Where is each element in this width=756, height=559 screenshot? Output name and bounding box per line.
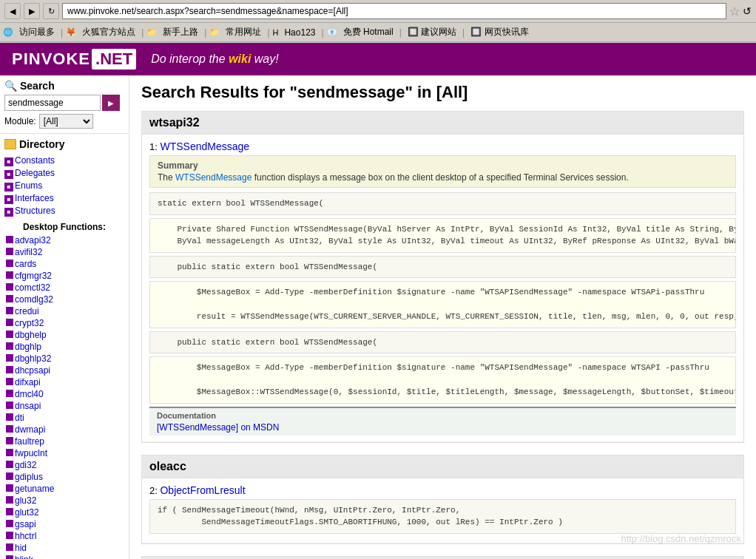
result-num-label: 1:: [149, 141, 160, 152]
func-gdi32[interactable]: gdi32: [4, 459, 124, 471]
logo-tagline: Do interop the wiki way!: [151, 52, 279, 66]
logo-bar: PINVOKE .NET Do interop the wiki way!: [0, 43, 756, 75]
func-dmcl40[interactable]: dmcl40: [4, 388, 124, 400]
func-icon-21: [6, 472, 13, 480]
fav-item-3[interactable]: 新手上路: [160, 24, 201, 40]
func-glut32[interactable]: glut32: [4, 507, 124, 518]
func-fwpuclnt[interactable]: fwpuclnt: [4, 447, 124, 459]
code-block-1e: public static extern bool WTSSendMessage…: [149, 331, 736, 354]
sidebar: 🔍 Search Module: [All] kernel32 user32 a…: [0, 75, 129, 559]
func-dbghelp[interactable]: dbghelp: [4, 329, 124, 341]
func-icon-8: [6, 319, 13, 326]
fav-item-1[interactable]: 访问最多: [16, 24, 58, 40]
fav-icon-6: 📧: [327, 27, 337, 37]
func-icon-16: [6, 413, 13, 421]
refresh-button[interactable]: ↻: [43, 3, 59, 19]
result-num-1: 1: WTSSendMessage: [149, 140, 736, 152]
code-block-1c: public static extern bool WTSSendMessage…: [149, 256, 736, 279]
fav-item-2[interactable]: 火狐官方站点: [79, 24, 138, 40]
fav-icon-2: 🦊: [66, 27, 76, 37]
func-glu32[interactable]: glu32: [4, 495, 124, 507]
fav-item-8[interactable]: 🔲 网页快讯库: [468, 24, 531, 40]
func-dbghlp32[interactable]: dbghlp32: [4, 353, 124, 365]
desktop-functions-title: Desktop Functions:: [4, 222, 124, 232]
func-avifil32[interactable]: avifil32: [4, 246, 124, 258]
func-icon-4: [6, 271, 13, 279]
func-icon-10: [6, 342, 13, 350]
module-select[interactable]: [All] kernel32 user32 advapi32: [39, 114, 93, 129]
func-dbghlp[interactable]: dbghlp: [4, 341, 124, 353]
func-dhcpsapi[interactable]: dhcpsapi: [4, 365, 124, 376]
func-icon-5: [6, 283, 13, 291]
module-section-oleacc: oleacc 2: ObjectFromLresult if ( SendMes…: [141, 455, 744, 544]
func-credui[interactable]: credui: [4, 305, 124, 317]
link-delegates[interactable]: ■Delegates: [4, 167, 124, 180]
func-getuname[interactable]: getuname: [4, 483, 124, 495]
func-hhctrl[interactable]: hhctrl: [4, 530, 124, 542]
func-faultrep[interactable]: faultrep: [4, 436, 124, 447]
fav-item-6[interactable]: 免费 Hotmail: [340, 24, 396, 40]
constants-icon: ■: [4, 157, 13, 166]
func-dnsapi[interactable]: dnsapi: [4, 400, 124, 412]
fav-item-7[interactable]: 🔲 建议网站: [405, 24, 459, 40]
func-hlink[interactable]: hlink: [4, 554, 124, 559]
directory-section: Directory ■Constants ■Delegates ■Enums ■…: [0, 134, 129, 559]
enums-section: Enums 3: HRESULT ////The caller is sendi…: [141, 556, 744, 560]
func-hid[interactable]: hid: [4, 542, 124, 554]
module-header-wtsapi32: wtsapi32: [142, 112, 743, 135]
forward-button[interactable]: ▶: [24, 3, 40, 19]
wts-link[interactable]: WTSSendMessage: [175, 172, 252, 183]
func-icon-20: [6, 461, 13, 468]
func-dti[interactable]: dti: [4, 412, 124, 424]
func-icon-9: [6, 331, 13, 338]
func-gsapi[interactable]: gsapi: [4, 518, 124, 530]
func-icon-28: [6, 555, 13, 559]
func-icon-6: [6, 295, 13, 302]
page-title: Search Results for "sendmessage" in [All…: [141, 83, 744, 102]
back-button[interactable]: ◀: [4, 3, 21, 19]
func-comdlg32[interactable]: comdlg32: [4, 294, 124, 305]
logo-net: .NET: [92, 49, 136, 70]
address-bar[interactable]: [62, 3, 726, 19]
msdn-link-1[interactable]: [WTSSendMessage] on MSDN: [157, 422, 279, 433]
summary-title-1: Summary: [158, 160, 728, 171]
interfaces-icon: ■: [4, 195, 13, 204]
func-comctl32[interactable]: comctl32: [4, 282, 124, 294]
star-icon[interactable]: ☆: [729, 4, 740, 18]
func-cards[interactable]: cards: [4, 258, 124, 270]
func-icon-26: [6, 532, 13, 539]
func-icon-18: [6, 437, 13, 444]
func-icon-27: [6, 543, 13, 551]
func-gdiplus[interactable]: gdiplus: [4, 471, 124, 483]
func-dwmapi[interactable]: dwmapi: [4, 424, 124, 436]
search-go-button[interactable]: [102, 95, 120, 111]
folder-icon: [4, 139, 16, 149]
fav-item-4[interactable]: 常用网址: [223, 24, 264, 40]
func-icon-15: [6, 402, 13, 409]
code-block-1f: $MessageBox = Add-Type -memberDefinition…: [149, 356, 736, 404]
fav-item-5[interactable]: Hao123: [281, 26, 318, 39]
refresh-icon2[interactable]: ↺: [743, 5, 752, 17]
logo[interactable]: PINVOKE .NET: [12, 49, 136, 70]
link-structures[interactable]: ■Structures: [4, 205, 124, 217]
link-interfaces[interactable]: ■Interfaces: [4, 192, 124, 205]
link-enums[interactable]: ■Enums: [4, 180, 124, 192]
result-func-link-1[interactable]: WTSSendMessage: [160, 140, 249, 152]
func-cfgmgr32[interactable]: cfgmgr32: [4, 270, 124, 282]
doc-label: Documentation: [157, 411, 729, 420]
func-difxapi[interactable]: difxapi: [4, 376, 124, 388]
structures-icon: ■: [4, 208, 13, 217]
search-icon: 🔍: [4, 80, 17, 92]
module-label: Module:: [4, 116, 36, 126]
result-func-link-2[interactable]: ObjectFromLresult: [160, 484, 245, 496]
func-advapi32[interactable]: advapi32: [4, 234, 124, 246]
func-crypt32[interactable]: crypt32: [4, 317, 124, 329]
summary-box-1: Summary The WTSSendMessage function disp…: [149, 155, 736, 188]
search-input[interactable]: [4, 95, 101, 111]
func-icon-24: [6, 508, 13, 515]
func-icon: [6, 236, 13, 243]
search-title: 🔍 Search: [4, 80, 124, 92]
link-constants[interactable]: ■Constants: [4, 155, 124, 167]
module-section-wtsapi32: wtsapi32 1: WTSSendMessage Summary The W…: [141, 111, 744, 443]
watermark: http://blog.csdn.net/qzmrock: [621, 533, 741, 544]
